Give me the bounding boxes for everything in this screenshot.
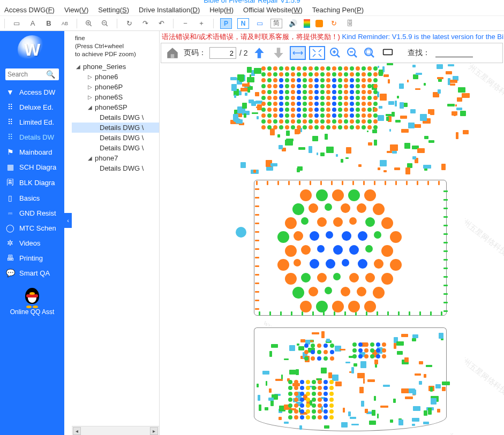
fullscreen-icon[interactable] (380, 45, 396, 61)
sidebar-icon: ⠿ (5, 133, 15, 141)
highlight-icon[interactable] (315, 20, 323, 27)
minus-icon[interactable]: − (180, 18, 191, 29)
svg-rect-7 (383, 50, 392, 54)
lang-cn-button[interactable]: 简 (270, 19, 282, 28)
qq-penguin-icon (22, 285, 42, 308)
pdf-viewer[interactable]: wuxinji.com WXJ023050广州五星网络科技有限公司wuxinji… (160, 63, 504, 435)
sidebar-item-1[interactable]: ⠿Deluxe Ed. (0, 100, 64, 115)
menu-pen[interactable]: Teaching Pen(P) (312, 6, 364, 14)
menu-access-dwg[interactable]: Access DWG(F) (4, 6, 55, 14)
zoom-out-pdf-icon[interactable] (345, 46, 359, 60)
plus-icon[interactable]: + (196, 18, 207, 29)
qq-assistant[interactable]: Online QQ Asst (10, 285, 55, 316)
reload-orange-icon[interactable]: ↻ (328, 18, 339, 29)
fit-page-icon[interactable] (309, 45, 325, 61)
divider (117, 19, 117, 28)
scroll-right-button[interactable]: ▸ (150, 427, 158, 435)
sidebar-item-10[interactable]: ✲Videos (0, 235, 64, 250)
sidebar-item-8[interactable]: ⎓GND Resist (0, 205, 64, 220)
menu-bar: Access DWG(F) View(V) Setting(S) Drive I… (0, 4, 504, 16)
sidebar-icon: ▦ (5, 163, 15, 171)
zoom-region-icon[interactable] (363, 46, 377, 60)
tree-node-8[interactable]: ◢phone7 (72, 153, 159, 163)
search-input[interactable] (7, 71, 46, 78)
menu-website[interactable]: Official Website(W) (243, 6, 303, 14)
tree-node-3[interactable]: ◢phone6SP (72, 102, 159, 112)
tree-node-6[interactable]: Details DWG \ (72, 133, 159, 143)
tree-node-1[interactable]: ▷phone6P (72, 82, 159, 92)
home-icon[interactable] (164, 45, 180, 61)
sidebar-label: Details DW (19, 133, 54, 141)
sidebar-icon: 🖶 (5, 254, 15, 262)
divider (173, 19, 174, 28)
bold-b-icon[interactable]: B (43, 18, 54, 29)
sidebar-icon: ◯ (5, 224, 15, 232)
tree-node-4[interactable]: Details DWG \ (72, 112, 159, 123)
database-icon[interactable]: 🗄 (344, 18, 355, 29)
sidebar-item-7[interactable]: ▯Basics (0, 190, 64, 205)
zoom-in-icon[interactable] (84, 18, 94, 29)
sidebar-item-2[interactable]: ⠿Limited Ed. (0, 115, 64, 129)
tree-node-7[interactable]: Details DWG \ (72, 143, 159, 153)
speaker-icon[interactable]: 🔊 (288, 18, 298, 29)
screen-icon[interactable]: ▭ (254, 18, 265, 29)
divider (213, 19, 214, 28)
sidebar-label: GND Resist (19, 209, 56, 217)
page-down-icon[interactable] (270, 45, 287, 61)
model-tree[interactable]: ◢phone_Series▷phone6▷phone6P▷phone6S◢pho… (72, 59, 159, 426)
scroll-left-button[interactable]: ◂ (73, 427, 81, 435)
page-up-icon[interactable] (251, 45, 267, 61)
rect-tool-icon[interactable]: ▭ (11, 18, 22, 29)
text-a-icon[interactable]: A (27, 18, 38, 29)
menu-view[interactable]: View(V) (64, 6, 88, 14)
page-input[interactable] (209, 47, 236, 59)
redo-icon[interactable]: ↷ (140, 18, 151, 29)
sidebar-item-0[interactable]: ▼Access DW (0, 85, 64, 100)
fit-width-icon[interactable] (290, 45, 306, 61)
tree-node-5[interactable]: Details DWG \ (72, 123, 159, 133)
collapse-tree-button[interactable]: ‹ (64, 213, 72, 228)
zoom-in-pdf-icon[interactable] (328, 46, 342, 60)
sidebar-icon: ⠿ (5, 103, 15, 111)
sidebar-item-11[interactable]: 🖶Printing (0, 250, 64, 265)
sidebar-label: Deluxe Ed. (19, 103, 54, 111)
search-box[interactable]: 🔍 (5, 68, 59, 80)
small-ab-icon[interactable]: AB (59, 18, 70, 29)
sidebar-icon: ✲ (5, 239, 15, 247)
sidebar-item-9[interactable]: ◯MTC Schen (0, 220, 64, 235)
search-icon[interactable]: 🔍 (46, 70, 55, 79)
zoom-hint: fine (Press Ctrl+wheel to achieve PDF zo… (72, 31, 159, 59)
tree-root[interactable]: ◢phone_Series (72, 62, 159, 72)
sidebar-item-6[interactable]: 訚BLK Diagra (0, 174, 64, 190)
undo-icon[interactable]: ↶ (156, 18, 167, 29)
title-bar: Bible of Five-star Repair V1.5.9 (0, 0, 504, 4)
menu-setting[interactable]: Setting(S) (98, 6, 129, 14)
sidebar-icon: 訚 (5, 178, 15, 187)
zoom-out-icon[interactable] (100, 18, 110, 29)
sidebar-label: MTC Schen (19, 224, 56, 232)
find-label: 查找： (408, 48, 430, 58)
mode-p-button[interactable]: P (220, 18, 232, 29)
sidebar-item-12[interactable]: 💬Smart QA (0, 265, 64, 280)
menu-drive[interactable]: Drive Installation(D) (139, 6, 200, 14)
sidebar-item-5[interactable]: ▦SCH Diagra (0, 159, 64, 174)
sidebar-label: Access DW (19, 88, 55, 96)
color-swatch-icon[interactable] (304, 19, 310, 28)
tree-hscroll[interactable]: ◂ ▸ (72, 426, 159, 435)
refresh-icon[interactable]: ↻ (124, 18, 134, 29)
tree-node-9[interactable]: Details DWG \ (72, 163, 159, 173)
sidebar-item-4[interactable]: ⚑Mainboard (0, 144, 64, 159)
mode-n-button[interactable]: N (237, 18, 249, 29)
find-input[interactable] (435, 49, 473, 57)
sidebar-icon: ⎓ (5, 209, 15, 217)
tree-node-2[interactable]: ▷phone6S (72, 92, 159, 102)
page-label: 页码： (184, 48, 206, 58)
sidebar-item-3[interactable]: ⠿Details DW (0, 129, 64, 144)
app-logo: W (18, 35, 47, 64)
svg-point-4 (365, 48, 372, 56)
menu-help[interactable]: Help(H) (209, 6, 234, 14)
divider (4, 19, 5, 28)
qq-label: Online QQ Asst (10, 308, 55, 316)
pcb-diagram-bottom (229, 326, 465, 433)
tree-node-0[interactable]: ▷phone6 (72, 72, 159, 82)
